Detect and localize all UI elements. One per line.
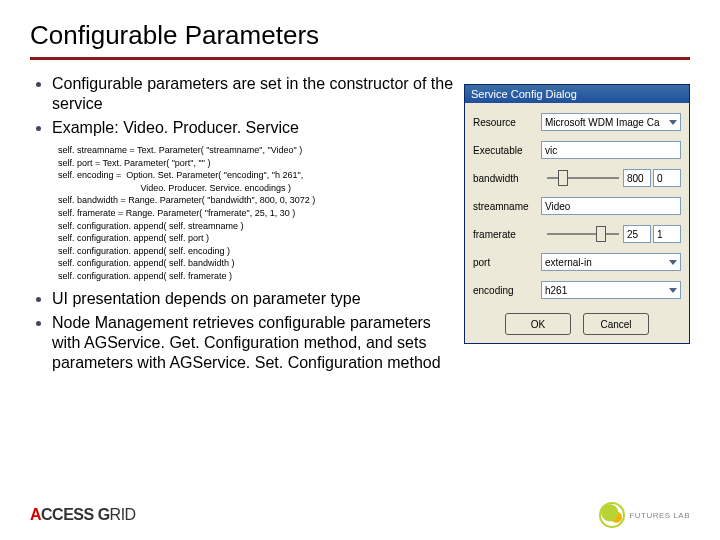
- code-line: self. configuration. append( self. encod…: [58, 245, 458, 258]
- streamname-field[interactable]: Video: [541, 197, 681, 215]
- encoding-value: h261: [545, 285, 567, 296]
- dialog-titlebar: Service Config Dialog: [465, 85, 689, 103]
- access-grid-logo: ACCESS GRID: [30, 506, 136, 524]
- encoding-select[interactable]: h261: [541, 281, 681, 299]
- port-value: external-in: [545, 257, 592, 268]
- code-line: self. bandwidth = Range. Parameter( "ban…: [58, 194, 458, 207]
- code-line: self. streamname = Text. Parameter( "str…: [58, 144, 458, 157]
- framerate-value: 25: [623, 225, 651, 243]
- code-line: self. configuration. append( self. bandw…: [58, 257, 458, 270]
- chevron-down-icon: [669, 260, 677, 265]
- code-line: self. configuration. append( self. port …: [58, 232, 458, 245]
- bandwidth-label: bandwidth: [473, 173, 535, 184]
- resource-value: Microsoft WDM Image Ca: [545, 117, 659, 128]
- bullet-example: Example: Video. Producer. Service: [52, 118, 458, 138]
- futures-lab-logo: FUTURES LAB: [599, 502, 690, 528]
- streamname-value: Video: [545, 201, 570, 212]
- bandwidth-value: 800: [623, 169, 651, 187]
- cancel-button[interactable]: Cancel: [583, 313, 649, 335]
- executable-value: vic: [545, 145, 557, 156]
- framerate-slider[interactable]: 25 1: [541, 225, 681, 243]
- executable-field[interactable]: vic: [541, 141, 681, 159]
- slide-title: Configurable Parameters: [30, 20, 690, 51]
- title-rule: [30, 57, 690, 60]
- code-block: self. streamname = Text. Parameter( "str…: [58, 144, 458, 283]
- code-line: self. configuration. append( self. frame…: [58, 270, 458, 283]
- code-line: self. configuration. append( self. strea…: [58, 220, 458, 233]
- ok-button[interactable]: OK: [505, 313, 571, 335]
- code-line: self. framerate = Range. Parameter( "fra…: [58, 207, 458, 220]
- port-select[interactable]: external-in: [541, 253, 681, 271]
- service-config-dialog: Service Config Dialog Resource Microsoft…: [464, 84, 690, 344]
- bullet-constructor: Configurable parameters are set in the c…: [52, 74, 458, 114]
- bullet-ui-presentation: UI presentation depends on parameter typ…: [52, 289, 458, 309]
- executable-label: Executable: [473, 145, 535, 156]
- streamname-label: streamname: [473, 201, 535, 212]
- framerate-label: framerate: [473, 229, 535, 240]
- code-line: Video. Producer. Service. encodings ): [58, 182, 458, 195]
- resource-select[interactable]: Microsoft WDM Image Ca: [541, 113, 681, 131]
- resource-label: Resource: [473, 117, 535, 128]
- bullet-node-management: Node Management retrieves configurable p…: [52, 313, 458, 373]
- code-line: self. encoding = Option. Set. Parameter(…: [58, 169, 458, 182]
- futures-lab-icon: [599, 502, 625, 528]
- chevron-down-icon: [669, 288, 677, 293]
- encoding-label: encoding: [473, 285, 535, 296]
- bandwidth-readout: 0: [653, 169, 681, 187]
- port-label: port: [473, 257, 535, 268]
- code-line: self. port = Text. Parameter( "port", ""…: [58, 157, 458, 170]
- chevron-down-icon: [669, 120, 677, 125]
- framerate-readout: 1: [653, 225, 681, 243]
- bandwidth-slider[interactable]: 800 0: [541, 169, 681, 187]
